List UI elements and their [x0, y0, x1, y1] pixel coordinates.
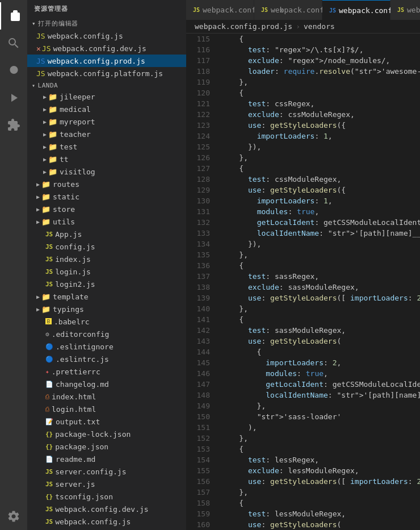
list-item[interactable]: JSserver.js	[27, 478, 186, 490]
tab-webpack-platform[interactable]: JS webpack.config.p... ×	[390, 0, 420, 20]
chevron-right-icon: ▶	[43, 156, 47, 162]
list-item[interactable]: JSlogin.js	[27, 265, 186, 278]
folder-icon: 📁	[41, 305, 51, 314]
html-file-icon: ⎙	[45, 406, 49, 413]
search-activity-icon[interactable]	[0, 30, 27, 57]
json-file-icon: {}	[45, 431, 53, 438]
list-item[interactable]: JSwebpack.config.platform.js	[27, 528, 186, 530]
open-editors-section: ▾ 打开的编辑器 JS webpack.config.js ✕ JS webpa…	[27, 18, 186, 80]
settings-gear-icon[interactable]	[0, 503, 27, 530]
extensions-icon[interactable]	[0, 111, 27, 139]
landa-section[interactable]: ▾ LANDA	[27, 80, 186, 90]
js-file-icon: JS	[36, 69, 45, 78]
tab-close-button[interactable]: ×	[278, 5, 285, 16]
open-editors-arrow: ▾	[32, 20, 36, 27]
chevron-right-icon: ▶	[36, 181, 40, 187]
list-item[interactable]: 📄changelog.md	[27, 378, 186, 390]
list-item[interactable]: ▶📁jileeper	[27, 90, 186, 103]
landa-arrow: ▾	[32, 82, 36, 89]
tab-close-button[interactable]: ×	[364, 5, 371, 16]
list-item[interactable]: ▶📁myreport	[27, 115, 186, 128]
open-editor-item[interactable]: ✕ JS webpack.config.dev.js	[27, 42, 186, 55]
folder-icon: 📁	[41, 205, 51, 214]
list-item[interactable]: JSconfig.js	[27, 240, 186, 253]
md-file-icon: 📄	[45, 456, 53, 463]
list-item[interactable]: ▶📁medical	[27, 103, 186, 115]
list-item[interactable]: ▶📁teacher	[27, 128, 186, 140]
folder-icon: 📁	[41, 193, 51, 201]
eslint-file-icon: 🔵	[45, 356, 53, 363]
error-marker: ✕	[36, 44, 41, 53]
list-item[interactable]: ▶📁store	[27, 203, 186, 215]
file-tree: ▶📁jileeper ▶📁medical ▶📁myreport ▶📁teache…	[27, 90, 186, 530]
tab-webpack-config[interactable]: JS webpack.config.js ×	[186, 0, 254, 20]
js-file-icon: JS	[45, 481, 53, 488]
line-numbers: 1151161171181191201211221231241251261271…	[186, 34, 215, 530]
tab-webpack-dev[interactable]: JS webpack.config.dev.js ×	[254, 0, 322, 20]
txt-file-icon: 📝	[45, 418, 53, 425]
debug-icon[interactable]	[0, 84, 27, 111]
html-file-icon: ⎙	[45, 393, 49, 400]
js-file-icon: JS	[45, 506, 53, 513]
config-file-icon: ⚙	[45, 331, 49, 338]
breadcrumb-separator: ›	[296, 22, 300, 31]
open-editor-item[interactable]: JS webpack.config.js	[27, 30, 186, 42]
list-item[interactable]: 📝output.txt	[27, 415, 186, 428]
list-item[interactable]: 🅱.babelrc	[27, 315, 186, 328]
list-item[interactable]: ⚙.editorconfig	[27, 328, 186, 340]
code-content[interactable]: { test: "regex">/\.ts[x]?$/, exclude: "r…	[215, 34, 420, 530]
babel-file-icon: 🅱	[45, 318, 52, 325]
js-file-icon: JS	[45, 468, 53, 475]
chevron-right-icon: ▶	[43, 131, 47, 137]
prettier-file-icon: ✦	[45, 368, 49, 375]
list-item[interactable]: JSApp.js	[27, 228, 186, 240]
md-file-icon: 📄	[45, 381, 53, 388]
open-editor-item[interactable]: JS webpack.config.platform.js	[27, 67, 186, 80]
breadcrumb-symbol[interactable]: vendors	[304, 22, 335, 31]
list-item[interactable]: {}tsconfig.json	[27, 490, 186, 503]
list-item[interactable]: ✦.prettierrc	[27, 365, 186, 378]
list-item[interactable]: 🔵.eslintignore	[27, 340, 186, 353]
list-item[interactable]: ⎙index.html	[27, 390, 186, 403]
folder-icon: 📁	[41, 180, 51, 189]
list-item[interactable]: JSserver.config.js	[27, 465, 186, 478]
list-item[interactable]: ▶📁tt	[27, 153, 186, 165]
list-item[interactable]: ▶📁utils	[27, 215, 186, 228]
list-item[interactable]: JSindex.js	[27, 253, 186, 265]
list-item[interactable]: JSwebpack.config.dev.js	[27, 503, 186, 515]
chevron-right-icon: ▶	[43, 169, 47, 175]
list-item[interactable]: ▶📁template	[27, 290, 186, 303]
chevron-right-icon: ▶	[36, 306, 40, 312]
list-item[interactable]: JSwebpack.config.js	[27, 515, 186, 528]
list-item[interactable]: 🔵.eslintrc.js	[27, 353, 186, 365]
tab-webpack-prod[interactable]: JS webpack.config.prod.js ×	[322, 0, 390, 20]
js-tab-icon: JS	[193, 7, 200, 13]
chevron-right-icon: ▶	[43, 144, 47, 150]
list-item[interactable]: {}package.json	[27, 440, 186, 453]
list-item[interactable]: ▶📁test	[27, 140, 186, 153]
list-item[interactable]: ⎙login.html	[27, 403, 186, 415]
source-control-icon[interactable]	[0, 57, 27, 84]
list-item[interactable]: JSlogin2.js	[27, 278, 186, 290]
chevron-right-icon: ▶	[43, 94, 47, 100]
list-item[interactable]: ▶📁static	[27, 190, 186, 203]
chevron-right-icon: ▶	[36, 294, 40, 300]
explorer-title: 资源管理器	[27, 0, 186, 18]
list-item[interactable]: ▶📁typings	[27, 303, 186, 315]
list-item[interactable]: ▶📁routes	[27, 178, 186, 190]
list-item[interactable]: ▶📁visitlog	[27, 165, 186, 178]
breadcrumb-file[interactable]: webpack.config.prod.js	[195, 22, 292, 31]
list-item[interactable]: {}package-lock.json	[27, 428, 186, 440]
list-item[interactable]: 📄readme.md	[27, 453, 186, 465]
open-editors-label[interactable]: ▾ 打开的编辑器	[27, 18, 186, 30]
folder-icon: 📁	[48, 130, 57, 139]
open-editor-item-active[interactable]: JS webpack.config.prod.js	[27, 55, 186, 67]
folder-icon: 📁	[48, 105, 57, 114]
breadcrumb: webpack.config.prod.js › vendors	[186, 20, 420, 34]
folder-icon: 📁	[48, 168, 57, 176]
files-icon[interactable]	[0, 2, 27, 30]
json-file-icon: {}	[45, 443, 53, 450]
js-file-icon: JS	[45, 518, 53, 525]
code-editor: 1151161171181191201211221231241251261271…	[186, 34, 420, 530]
js-file-icon: JS	[45, 268, 53, 276]
